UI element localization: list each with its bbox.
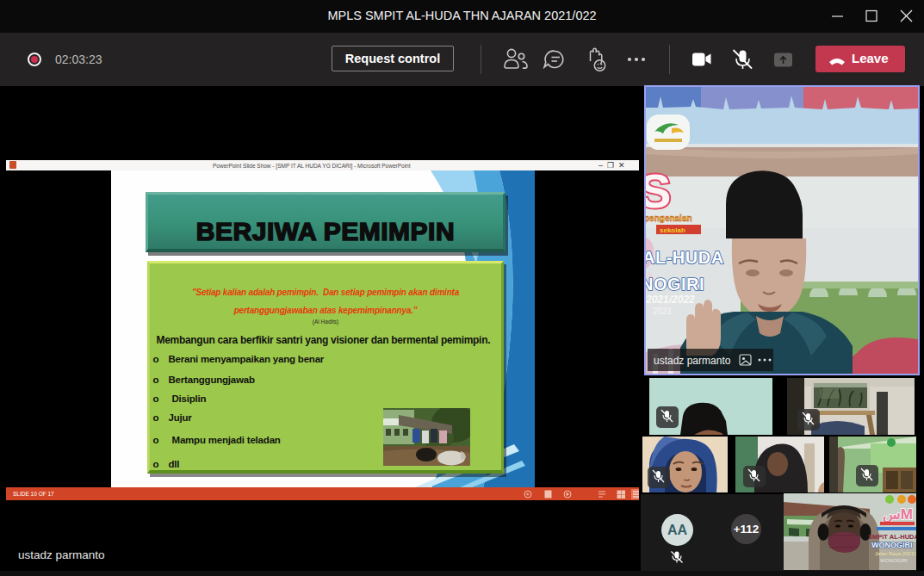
svg-text:WONOGIRI: WONOGIRI [871, 541, 913, 549]
svg-text:Jalan Raya 2021/22: Jalan Raya 2021/22 [875, 551, 916, 556]
svg-text:سM: سM [883, 506, 913, 523]
svg-text:pengenalan: pengenalan [646, 214, 692, 223]
svg-text:S: S [646, 164, 671, 218]
svg-text:sekolah: sekolah [660, 226, 685, 234]
svg-text:2021: 2021 [653, 307, 673, 316]
svg-text:WONOGIRI: WONOGIRI [880, 558, 908, 563]
svg-text:SMPIT AL-HUDA: SMPIT AL-HUDA [868, 533, 916, 541]
svg-text:2021/2022: 2021/2022 [646, 294, 695, 306]
svg-text:AL-HUDA: AL-HUDA [646, 248, 724, 267]
svg-text:NOGIRI: NOGIRI [646, 275, 704, 294]
